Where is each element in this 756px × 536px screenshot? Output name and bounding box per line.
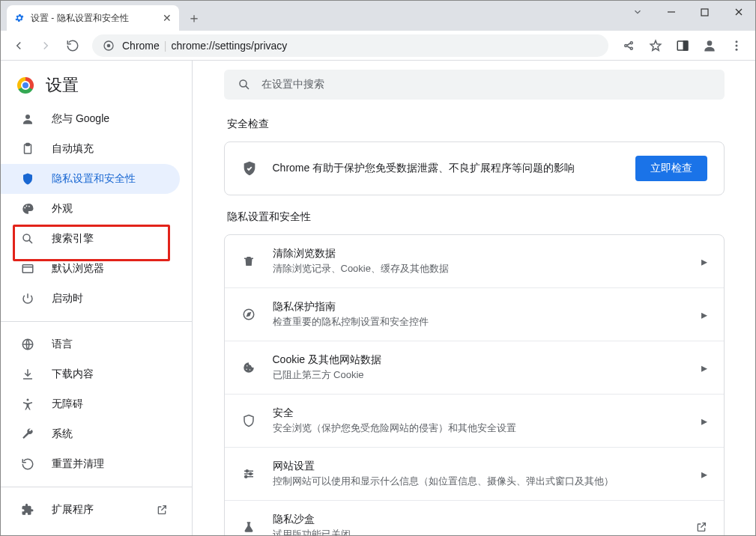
profile-button[interactable] xyxy=(697,34,722,58)
row-security[interactable]: 安全 安全浏览（保护您免受危险网站的侵害）和其他安全设置 ▸ xyxy=(225,394,724,447)
maximize-button[interactable] xyxy=(688,1,722,23)
sidebar-label: 外观 xyxy=(52,202,73,216)
chevron-right-icon: ▸ xyxy=(701,361,707,375)
menu-button[interactable] xyxy=(724,34,749,58)
settings-gear-icon xyxy=(14,13,25,23)
sidebar-item-system[interactable]: 系统 xyxy=(1,419,180,449)
svg-point-34 xyxy=(246,470,248,472)
new-tab-button[interactable]: ＋ xyxy=(184,7,205,28)
svg-point-10 xyxy=(736,40,738,43)
row-title: Cookie 及其他网站数据 xyxy=(273,353,685,367)
palette-icon xyxy=(20,202,35,216)
sidebar-item-privacy[interactable]: 隐私设置和安全性 xyxy=(1,164,180,194)
svg-point-30 xyxy=(249,369,250,371)
row-title: 安全 xyxy=(273,406,685,420)
tab-title: 设置 - 隐私设置和安全性 xyxy=(31,12,157,25)
sidebar-item-autofill[interactable]: 自动填充 xyxy=(1,134,180,164)
settings-header: 设置 xyxy=(1,61,192,104)
person-icon xyxy=(20,112,35,126)
trash-icon xyxy=(241,255,256,268)
back-button[interactable] xyxy=(7,34,31,58)
row-title: 隐私保护指南 xyxy=(273,300,685,314)
section-title-privacy: 隐私设置和安全性 xyxy=(227,210,722,224)
sidebar-item-you-and-google[interactable]: 您与 Google xyxy=(1,104,180,134)
sidebar-label: 隐私设置和安全性 xyxy=(52,172,136,186)
svg-point-25 xyxy=(240,80,247,87)
address-bar[interactable]: Chrome | chrome://settings/privacy xyxy=(92,34,608,57)
sidebar-label: 无障碍 xyxy=(52,398,83,411)
sidebar-item-downloads[interactable]: 下载内容 xyxy=(1,359,180,389)
sidebar-item-search-engine[interactable]: 搜索引擎 xyxy=(1,224,180,254)
open-new-icon xyxy=(695,521,707,533)
sidebar: 设置 您与 Google 自动填充 隐私设置和安全性 外观 搜索引擎 默认浏览器 xyxy=(1,61,193,535)
svg-point-29 xyxy=(246,369,247,371)
row-privacy-sandbox[interactable]: 隐私沙盒 试用版功能已关闭 xyxy=(225,500,724,535)
sidebar-label: 语言 xyxy=(52,338,73,351)
row-sub: 安全浏览（保护您免受危险网站的侵害）和其他安全设置 xyxy=(273,421,685,435)
title-bar: 设置 - 隐私设置和安全性 ✕ ＋ xyxy=(1,1,755,31)
row-body: 隐私保护指南 检查重要的隐私控制设置和安全控件 xyxy=(273,300,685,329)
sidebar-item-appearance[interactable]: 外观 xyxy=(1,194,180,224)
reload-button[interactable] xyxy=(61,34,85,58)
row-privacy-guide[interactable]: 隐私保护指南 检查重要的隐私控制设置和安全控件 ▸ xyxy=(225,287,724,341)
side-panel-button[interactable] xyxy=(670,34,695,58)
row-title: 网站设置 xyxy=(273,460,685,473)
share-button[interactable] xyxy=(616,34,641,58)
svg-point-36 xyxy=(244,475,247,478)
svg-point-24 xyxy=(27,399,29,401)
row-clear-browsing-data[interactable]: 清除浏览数据 清除浏览记录、Cookie、缓存及其他数据 ▸ xyxy=(225,235,724,287)
minimize-button[interactable] xyxy=(654,1,688,23)
svg-rect-15 xyxy=(26,144,30,146)
sidebar-label: 默认浏览器 xyxy=(52,262,104,275)
sidebar-item-extensions[interactable]: 扩展程序 xyxy=(1,495,180,525)
sliders-icon xyxy=(241,467,256,481)
row-site-settings[interactable]: 网站设置 控制网站可以使用和显示什么信息（如位置信息、摄像头、弹出式窗口及其他）… xyxy=(225,447,724,500)
safety-check-button[interactable]: 立即检查 xyxy=(635,156,707,181)
sidebar-item-accessibility[interactable]: 无障碍 xyxy=(1,389,180,419)
sidebar-divider xyxy=(1,487,192,487)
forward-button[interactable] xyxy=(34,34,58,58)
sidebar-item-startup[interactable]: 启动时 xyxy=(1,284,180,314)
section-title-safety: 安全检查 xyxy=(227,118,722,131)
svg-point-16 xyxy=(24,207,25,209)
safety-check-card: Chrome 有助于保护您免受数据泄露、不良扩展程序等问题的影响 立即检查 xyxy=(224,141,725,195)
search-icon xyxy=(20,232,35,246)
row-sub: 控制网站可以使用和显示什么信息（如位置信息、摄像头、弹出式窗口及其他） xyxy=(273,475,685,488)
row-sub: 试用版功能已关闭 xyxy=(273,528,679,535)
sidebar-item-default-browser[interactable]: 默认浏览器 xyxy=(1,254,180,284)
open-new-icon xyxy=(156,504,168,516)
sidebar-item-reset[interactable]: 重置并清理 xyxy=(1,449,180,479)
row-body: 清除浏览数据 清除浏览记录、Cookie、缓存及其他数据 xyxy=(273,247,685,275)
restore-icon xyxy=(20,457,35,471)
svg-point-11 xyxy=(736,44,738,46)
svg-line-26 xyxy=(245,86,248,89)
browser-tab[interactable]: 设置 - 隐私设置和安全性 ✕ xyxy=(7,5,179,31)
row-cookies[interactable]: Cookie 及其他网站数据 已阻止第三方 Cookie ▸ xyxy=(225,341,724,394)
sidebar-label: 自动填充 xyxy=(52,142,94,156)
extensions-icon xyxy=(20,503,35,517)
bookmark-button[interactable] xyxy=(643,34,668,58)
tab-search-icon[interactable] xyxy=(620,1,654,23)
settings-title: 设置 xyxy=(46,74,79,97)
globe-icon xyxy=(20,338,35,351)
row-body: 隐私沙盒 试用版功能已关闭 xyxy=(273,513,679,535)
close-window-button[interactable] xyxy=(722,1,755,23)
flask-icon xyxy=(241,520,256,534)
search-icon xyxy=(238,78,251,91)
sidebar-item-languages[interactable]: 语言 xyxy=(1,329,180,359)
svg-rect-8 xyxy=(684,41,688,50)
toolbar-right xyxy=(616,34,749,58)
settings-search[interactable]: 在设置中搜索 xyxy=(224,70,725,100)
sidebar-label: 搜索引擎 xyxy=(52,232,94,246)
close-tab-icon[interactable]: ✕ xyxy=(163,12,172,24)
content-area: 设置 您与 Google 自动填充 隐私设置和安全性 外观 搜索引擎 默认浏览器 xyxy=(1,61,755,535)
chevron-right-icon: ▸ xyxy=(701,255,707,269)
svg-point-5 xyxy=(107,43,111,47)
search-placeholder: 在设置中搜索 xyxy=(261,78,324,91)
svg-rect-1 xyxy=(701,9,708,16)
main-content: 在设置中搜索 安全检查 Chrome 有助于保护您免受数据泄露、不良扩展程序等问… xyxy=(193,61,755,535)
svg-point-18 xyxy=(28,206,30,207)
svg-point-28 xyxy=(247,365,248,367)
chevron-right-icon: ▸ xyxy=(701,467,707,481)
chevron-right-icon: ▸ xyxy=(701,308,707,322)
